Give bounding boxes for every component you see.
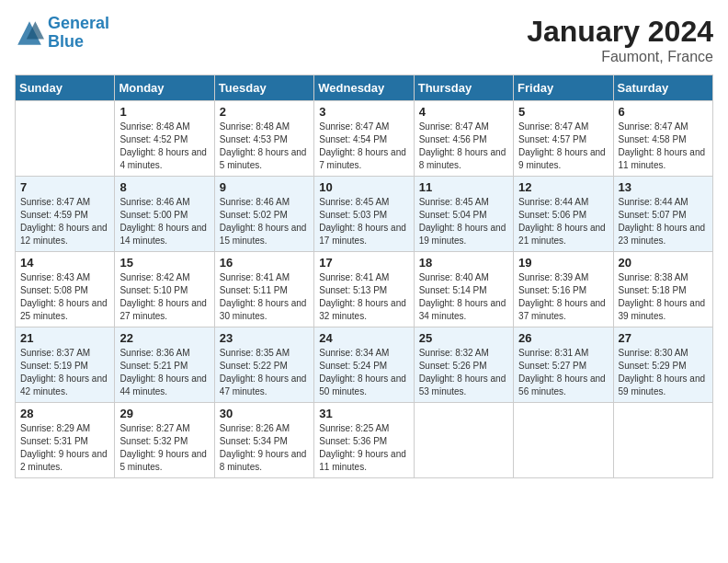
- day-info: Sunrise: 8:47 AMSunset: 4:59 PMDaylight:…: [20, 196, 109, 247]
- day-number: 8: [119, 180, 209, 194]
- day-number: 22: [119, 331, 209, 345]
- day-info: Sunrise: 8:26 AMSunset: 5:34 PMDaylight:…: [220, 422, 309, 474]
- day-cell: 31Sunrise: 8:25 AMSunset: 5:36 PMDayligh…: [314, 403, 414, 478]
- day-number: 16: [220, 256, 309, 270]
- calendar-subtitle: Faumont, France: [527, 49, 713, 65]
- day-number: 3: [319, 105, 408, 119]
- day-number: 7: [20, 180, 109, 194]
- day-number: 28: [20, 407, 109, 420]
- day-cell: 23Sunrise: 8:35 AMSunset: 5:22 PMDayligh…: [214, 327, 313, 403]
- week-row-4: 28Sunrise: 8:29 AMSunset: 5:31 PMDayligh…: [16, 403, 713, 478]
- day-info: Sunrise: 8:46 AMSunset: 5:02 PMDaylight:…: [220, 196, 309, 247]
- day-info: Sunrise: 8:46 AMSunset: 5:00 PMDaylight:…: [119, 196, 209, 247]
- logo-icon: [15, 18, 44, 48]
- day-info: Sunrise: 8:35 AMSunset: 5:22 PMDaylight:…: [220, 347, 309, 398]
- day-cell: [414, 403, 513, 478]
- day-number: 29: [119, 407, 209, 420]
- day-cell: 14Sunrise: 8:43 AMSunset: 5:08 PMDayligh…: [16, 252, 115, 327]
- day-number: 14: [20, 256, 109, 270]
- day-number: 30: [220, 407, 309, 420]
- day-info: Sunrise: 8:40 AMSunset: 5:14 PMDaylight:…: [419, 271, 508, 323]
- day-cell: 17Sunrise: 8:41 AMSunset: 5:13 PMDayligh…: [314, 252, 414, 327]
- day-cell: 30Sunrise: 8:26 AMSunset: 5:34 PMDayligh…: [214, 403, 313, 478]
- day-number: 19: [518, 256, 608, 270]
- day-number: 21: [20, 331, 109, 345]
- day-cell: 26Sunrise: 8:31 AMSunset: 5:27 PMDayligh…: [514, 327, 613, 403]
- day-number: 27: [619, 331, 708, 345]
- day-cell: [613, 403, 712, 478]
- logo: General Blue: [15, 15, 109, 52]
- header-cell-wednesday: Wednesday: [314, 75, 414, 101]
- day-number: 23: [220, 331, 309, 345]
- calendar-table: SundayMondayTuesdayWednesdayThursdayFrid…: [15, 75, 713, 478]
- day-number: 18: [419, 256, 508, 270]
- day-cell: 15Sunrise: 8:42 AMSunset: 5:10 PMDayligh…: [115, 252, 214, 327]
- day-cell: 10Sunrise: 8:45 AMSunset: 5:03 PMDayligh…: [314, 177, 414, 252]
- day-cell: 4Sunrise: 8:47 AMSunset: 4:56 PMDaylight…: [414, 101, 513, 177]
- day-info: Sunrise: 8:37 AMSunset: 5:19 PMDaylight:…: [20, 347, 109, 398]
- day-info: Sunrise: 8:39 AMSunset: 5:16 PMDaylight:…: [518, 271, 608, 323]
- day-info: Sunrise: 8:30 AMSunset: 5:29 PMDaylight:…: [619, 347, 708, 398]
- header-cell-sunday: Sunday: [16, 75, 115, 101]
- day-cell: 7Sunrise: 8:47 AMSunset: 4:59 PMDaylight…: [16, 177, 115, 252]
- day-cell: 5Sunrise: 8:47 AMSunset: 4:57 PMDaylight…: [514, 101, 613, 177]
- day-info: Sunrise: 8:48 AMSunset: 4:52 PMDaylight:…: [119, 121, 209, 172]
- day-cell: 29Sunrise: 8:27 AMSunset: 5:32 PMDayligh…: [115, 403, 214, 478]
- day-info: Sunrise: 8:42 AMSunset: 5:10 PMDaylight:…: [119, 271, 209, 323]
- day-number: 25: [419, 331, 508, 345]
- day-number: 12: [518, 180, 608, 194]
- day-number: 9: [220, 180, 309, 194]
- day-number: 24: [319, 331, 408, 345]
- day-cell: 3Sunrise: 8:47 AMSunset: 4:54 PMDaylight…: [314, 101, 414, 177]
- day-number: 4: [419, 105, 508, 119]
- day-number: 15: [119, 256, 209, 270]
- day-info: Sunrise: 8:25 AMSunset: 5:36 PMDaylight:…: [319, 422, 408, 474]
- day-cell: 2Sunrise: 8:48 AMSunset: 4:53 PMDaylight…: [214, 101, 313, 177]
- day-cell: 19Sunrise: 8:39 AMSunset: 5:16 PMDayligh…: [514, 252, 613, 327]
- day-cell: 6Sunrise: 8:47 AMSunset: 4:58 PMDaylight…: [613, 101, 712, 177]
- week-row-3: 21Sunrise: 8:37 AMSunset: 5:19 PMDayligh…: [16, 327, 713, 403]
- day-info: Sunrise: 8:47 AMSunset: 4:56 PMDaylight:…: [419, 121, 508, 172]
- calendar-title: January 2024: [527, 15, 713, 49]
- day-cell: 11Sunrise: 8:45 AMSunset: 5:04 PMDayligh…: [414, 177, 513, 252]
- day-number: 26: [518, 331, 608, 345]
- day-cell: 9Sunrise: 8:46 AMSunset: 5:02 PMDaylight…: [214, 177, 313, 252]
- day-number: 6: [619, 105, 708, 119]
- day-info: Sunrise: 8:38 AMSunset: 5:18 PMDaylight:…: [619, 271, 708, 323]
- header: General Blue January 2024 Faumont, Franc…: [15, 15, 713, 65]
- header-cell-tuesday: Tuesday: [214, 75, 313, 101]
- header-cell-thursday: Thursday: [414, 75, 513, 101]
- day-number: 2: [220, 105, 309, 119]
- day-info: Sunrise: 8:27 AMSunset: 5:32 PMDaylight:…: [119, 422, 209, 474]
- header-row: SundayMondayTuesdayWednesdayThursdayFrid…: [16, 75, 713, 101]
- day-cell: 22Sunrise: 8:36 AMSunset: 5:21 PMDayligh…: [115, 327, 214, 403]
- day-cell: 13Sunrise: 8:44 AMSunset: 5:07 PMDayligh…: [613, 177, 712, 252]
- day-info: Sunrise: 8:47 AMSunset: 4:57 PMDaylight:…: [518, 121, 608, 172]
- day-info: Sunrise: 8:47 AMSunset: 4:58 PMDaylight:…: [619, 121, 708, 172]
- header-cell-saturday: Saturday: [613, 75, 712, 101]
- header-cell-monday: Monday: [115, 75, 214, 101]
- day-number: 10: [319, 180, 408, 194]
- day-cell: 24Sunrise: 8:34 AMSunset: 5:24 PMDayligh…: [314, 327, 414, 403]
- day-info: Sunrise: 8:44 AMSunset: 5:06 PMDaylight:…: [518, 196, 608, 247]
- day-info: Sunrise: 8:47 AMSunset: 4:54 PMDaylight:…: [319, 121, 408, 172]
- day-cell: 1Sunrise: 8:48 AMSunset: 4:52 PMDaylight…: [115, 101, 214, 177]
- day-cell: 12Sunrise: 8:44 AMSunset: 5:06 PMDayligh…: [514, 177, 613, 252]
- day-info: Sunrise: 8:36 AMSunset: 5:21 PMDaylight:…: [119, 347, 209, 398]
- day-cell: 28Sunrise: 8:29 AMSunset: 5:31 PMDayligh…: [16, 403, 115, 478]
- day-info: Sunrise: 8:31 AMSunset: 5:27 PMDaylight:…: [518, 347, 608, 398]
- day-cell: 27Sunrise: 8:30 AMSunset: 5:29 PMDayligh…: [613, 327, 712, 403]
- day-cell: 21Sunrise: 8:37 AMSunset: 5:19 PMDayligh…: [16, 327, 115, 403]
- day-info: Sunrise: 8:41 AMSunset: 5:11 PMDaylight:…: [220, 271, 309, 323]
- day-info: Sunrise: 8:44 AMSunset: 5:07 PMDaylight:…: [619, 196, 708, 247]
- day-number: 5: [518, 105, 608, 119]
- week-row-0: 1Sunrise: 8:48 AMSunset: 4:52 PMDaylight…: [16, 101, 713, 177]
- day-info: Sunrise: 8:45 AMSunset: 5:04 PMDaylight:…: [419, 196, 508, 247]
- week-row-1: 7Sunrise: 8:47 AMSunset: 4:59 PMDaylight…: [16, 177, 713, 252]
- day-cell: 8Sunrise: 8:46 AMSunset: 5:00 PMDaylight…: [115, 177, 214, 252]
- day-info: Sunrise: 8:41 AMSunset: 5:13 PMDaylight:…: [319, 271, 408, 323]
- day-info: Sunrise: 8:29 AMSunset: 5:31 PMDaylight:…: [20, 422, 109, 474]
- day-info: Sunrise: 8:34 AMSunset: 5:24 PMDaylight:…: [319, 347, 408, 398]
- day-info: Sunrise: 8:48 AMSunset: 4:53 PMDaylight:…: [220, 121, 309, 172]
- day-cell: [514, 403, 613, 478]
